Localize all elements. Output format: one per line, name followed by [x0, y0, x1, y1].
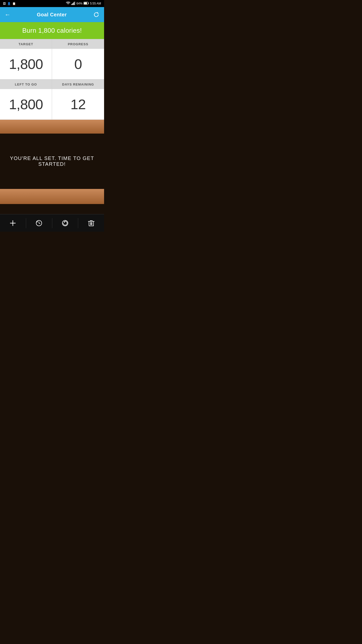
- history-button[interactable]: [26, 214, 52, 232]
- clip-icon: 📋: [12, 2, 16, 5]
- motivational-text: YOU'RE ALL SET. TIME TO GET STARTED!: [5, 155, 99, 167]
- left-to-go-value: 1,800: [9, 96, 43, 112]
- target-label-row: TARGET: [0, 39, 52, 49]
- status-right-info: 64% 5:55 AM: [66, 2, 101, 6]
- refresh-button[interactable]: [93, 11, 100, 18]
- svg-rect-6: [84, 2, 87, 4]
- progress-label: PROGRESS: [68, 42, 88, 46]
- svg-rect-4: [75, 2, 75, 5]
- progress-value-row: 0: [52, 49, 104, 79]
- svg-rect-3: [74, 2, 75, 5]
- user-icon: 👤: [7, 2, 11, 5]
- dark-motivational-section: YOU'RE ALL SET. TIME TO GET STARTED!: [0, 134, 104, 189]
- stat-cell-progress: PROGRESS 0: [52, 39, 104, 79]
- days-remaining-label-row: DAYS REMAINING: [52, 79, 104, 89]
- battery-percent: 64%: [76, 2, 82, 5]
- svg-rect-2: [73, 3, 74, 5]
- image-icon: 🖼: [3, 2, 6, 5]
- back-button[interactable]: ←: [5, 11, 11, 18]
- page-title: Goal Center: [37, 12, 67, 18]
- bottom-toolbar: [0, 214, 104, 232]
- left-to-go-label: LEFT TO GO: [15, 83, 37, 86]
- progress-label-row: PROGRESS: [52, 39, 104, 49]
- dark-section-2: [0, 204, 104, 214]
- stat-cell-left-to-go: LEFT TO GO 1,800: [0, 79, 52, 120]
- left-to-go-label-row: LEFT TO GO: [0, 79, 52, 89]
- progress-value: 0: [74, 56, 82, 72]
- days-remaining-value-row: 12: [52, 89, 104, 119]
- stat-cell-target: TARGET 1,800: [0, 39, 52, 79]
- stat-cell-days-remaining: DAYS REMAINING 12: [52, 79, 104, 120]
- target-label: TARGET: [19, 42, 33, 46]
- target-value-row: 1,800: [0, 49, 52, 79]
- target-value: 1,800: [9, 56, 43, 72]
- svg-rect-1: [72, 3, 73, 5]
- time-display: 5:55 AM: [90, 2, 101, 5]
- stats-grid: TARGET 1,800 PROGRESS 0 LEFT TO GO 1,800…: [0, 39, 104, 120]
- days-remaining-label: DAYS REMAINING: [62, 83, 94, 86]
- reset-button[interactable]: [52, 214, 78, 232]
- battery-icon: [83, 2, 89, 6]
- header: ← Goal Center: [0, 7, 104, 22]
- gradient-divider-top: [0, 120, 104, 134]
- goal-banner-text: Burn 1,800 calories!: [22, 27, 82, 34]
- delete-button[interactable]: [78, 214, 104, 232]
- wifi-icon: [66, 2, 70, 6]
- svg-rect-0: [71, 4, 72, 5]
- signal-icon: [71, 2, 75, 6]
- status-left-icons: 🖼 👤 📋: [3, 2, 16, 5]
- days-remaining-value: 12: [70, 96, 85, 112]
- add-button[interactable]: [0, 214, 26, 232]
- gradient-divider-bottom: [0, 189, 104, 204]
- goal-banner: Burn 1,800 calories!: [0, 22, 104, 39]
- left-to-go-value-row: 1,800: [0, 89, 52, 119]
- status-bar: 🖼 👤 📋 64%: [0, 0, 104, 7]
